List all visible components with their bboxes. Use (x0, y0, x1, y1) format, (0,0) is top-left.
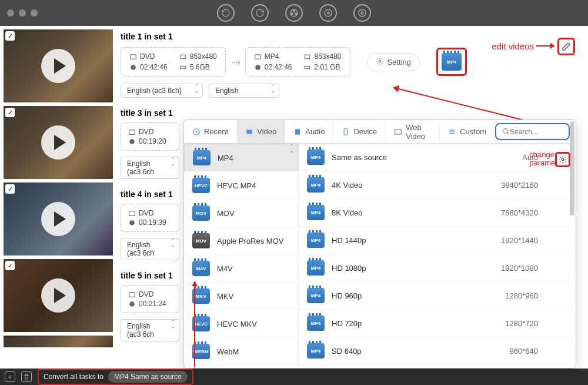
search-input[interactable] (495, 123, 570, 140)
recent-icon (192, 128, 201, 136)
titlebar (0, 0, 588, 26)
reel-star-icon[interactable] (353, 4, 371, 22)
svg-point-25 (503, 129, 508, 134)
audio-track-select[interactable]: English (ac3 6ch) (121, 84, 203, 98)
video-item[interactable]: ✓ (4, 259, 115, 332)
checkbox-icon[interactable]: ✓ (5, 108, 15, 117)
format-row[interactable]: MOVApple ProRes MOV (184, 227, 298, 255)
video-item[interactable] (4, 336, 115, 347)
format-row[interactable]: MP4MP4 (184, 144, 298, 172)
svg-point-6 (361, 12, 363, 14)
reel-icon[interactable] (285, 4, 303, 22)
format-row[interactable]: MKVMKV (184, 283, 298, 310)
annotation-edit-label: edit videos (492, 41, 534, 51)
mp4-icon: MP4 (307, 288, 325, 303)
format-row[interactable]: HEVCHEVC MP4 (184, 172, 298, 200)
zoom-window-icon[interactable] (31, 9, 38, 16)
close-window-icon[interactable] (7, 9, 14, 16)
play-icon[interactable] (41, 202, 75, 236)
play-icon[interactable] (41, 125, 75, 160)
convert-all-box[interactable]: Convert all tasks to MP4 Same as source (38, 369, 193, 385)
sync-icon[interactable] (251, 4, 269, 22)
preset-row[interactable]: MP44K Video3840*2160 (299, 171, 576, 199)
svg-point-13 (379, 60, 381, 62)
tab-recent[interactable]: Recent (184, 120, 237, 143)
video-item[interactable]: ✓ (4, 106, 115, 179)
clock-icon (129, 64, 137, 71)
tab-custom[interactable]: Custom (440, 120, 495, 143)
format-row[interactable]: WEBMWebM (184, 338, 298, 366)
resolution-icon (179, 53, 187, 61)
audio-track-select[interactable]: English (ac3 6ch (121, 238, 179, 260)
preset-row[interactable]: MP4HD 1440p1920*1440 (299, 227, 576, 254)
m4v-icon: M4V (192, 261, 210, 276)
format-row[interactable]: HEVCHEVC MKV (184, 310, 298, 338)
source-size: 5.6GB (190, 63, 210, 71)
list-icon (448, 128, 456, 136)
play-icon[interactable] (41, 49, 75, 83)
svg-point-19 (129, 301, 135, 307)
video-item[interactable]: ✓ (4, 182, 115, 255)
target-format: MP4 (265, 52, 279, 61)
tab-webvideo[interactable]: Web Video (386, 120, 440, 143)
search-icon (502, 128, 510, 135)
add-button[interactable]: + (5, 371, 15, 382)
play-icon[interactable] (41, 278, 75, 313)
audio-track-select[interactable]: English (ac3 6ch (121, 157, 179, 179)
checkbox-icon[interactable]: ✓ (5, 31, 15, 41)
svg-rect-22 (295, 129, 300, 134)
svg-rect-16 (129, 211, 135, 215)
tab-device[interactable]: Device (333, 120, 386, 143)
mp4-icon: MP4 (307, 316, 325, 331)
target-size: 2.01 GB (314, 63, 340, 71)
preset-row[interactable]: MP48K Video7680*4320 (299, 199, 576, 227)
reel-add-icon[interactable] (319, 4, 337, 22)
tab-audio[interactable]: Audio (285, 120, 333, 143)
video-icon (245, 128, 253, 136)
format-row[interactable]: AVIAVI (184, 366, 298, 368)
audio-track-select[interactable]: English (ac3 6ch (121, 319, 179, 341)
checkbox-icon[interactable]: ✓ (5, 184, 15, 194)
edit-button[interactable] (557, 38, 575, 55)
source-duration: 02:42:46 (140, 63, 168, 71)
svg-point-15 (129, 139, 135, 144)
minimize-window-icon[interactable] (19, 9, 26, 16)
preset-row[interactable]: MP4HD 720p1280*720 (299, 310, 576, 337)
target-duration: 02:42:46 (265, 63, 292, 71)
preset-row[interactable]: MP4HD 960p1280*960 (299, 282, 576, 310)
preset-row[interactable]: MP4HD 1080p1920*1080 (299, 254, 576, 282)
web-icon (394, 128, 402, 136)
window-controls (7, 9, 38, 16)
audio-icon (293, 128, 302, 136)
target-resolution: 853x480 (314, 52, 341, 61)
source-format: DVD (140, 52, 155, 61)
subtitle-select[interactable]: English (209, 84, 279, 98)
preset-row[interactable]: MP4SD 640p960*640 (299, 337, 576, 365)
mp4-icon: MP4 (193, 150, 211, 165)
film-icon (129, 53, 137, 61)
tab-video[interactable]: Video (237, 120, 285, 143)
delete-button[interactable] (21, 371, 32, 382)
mp4-icon: MP4 (307, 150, 325, 165)
disk-icon (179, 64, 187, 71)
setting-button[interactable]: Setting (367, 53, 420, 71)
format-row[interactable]: M4VM4V (184, 255, 298, 283)
convert-label: Convert all tasks to (44, 373, 103, 381)
refresh-icon[interactable] (217, 4, 235, 22)
video-item[interactable]: ✓ (4, 29, 115, 102)
svg-point-9 (131, 65, 136, 70)
disk-icon (303, 64, 311, 71)
svg-point-3 (295, 13, 297, 15)
source-resolution: 853x480 (190, 52, 217, 61)
annotation-arrow (536, 45, 554, 47)
checkbox-icon[interactable]: ✓ (5, 261, 15, 270)
svg-point-26 (562, 158, 564, 161)
parameters-button[interactable] (555, 152, 570, 167)
mp4-icon: MP4 (307, 177, 325, 192)
svg-point-12 (255, 65, 260, 70)
svg-point-1 (293, 10, 295, 12)
format-list: MP4MP4 HEVCHEVC MP4 MOVMOV MOVApple ProR… (184, 144, 299, 368)
format-row[interactable]: MOVMOV (184, 200, 298, 227)
format-badge[interactable]: MP4 (436, 48, 467, 76)
scrollbar[interactable] (570, 145, 574, 215)
